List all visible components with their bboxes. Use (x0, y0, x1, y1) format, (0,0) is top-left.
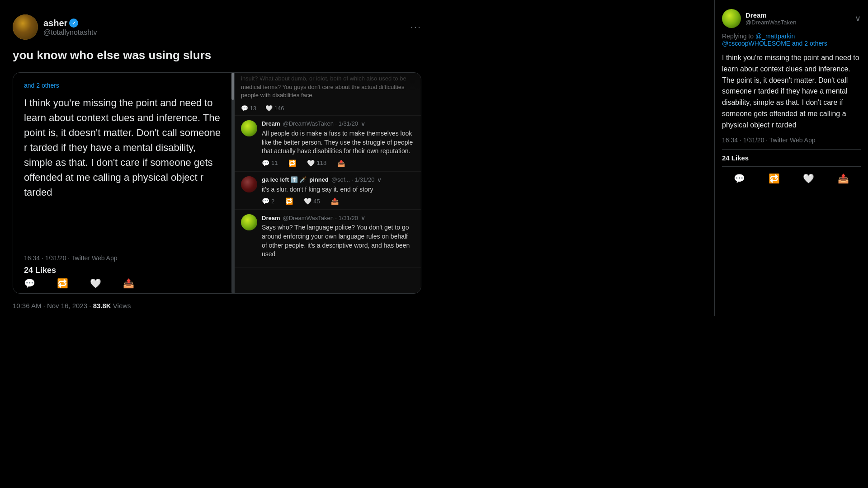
display-name: asher (43, 18, 97, 28)
thread-reply-2[interactable]: 💬 2 (262, 197, 274, 205)
quoted-action-bar: 💬 🔁 🤍 📤 (24, 278, 134, 289)
username[interactable]: @totallynotashtv (43, 28, 97, 37)
tweet-header: asher @totallynotashtv ··· (13, 14, 421, 40)
right-panel-share-icon[interactable]: 📤 (838, 173, 849, 184)
quoted-others-label[interactable]: and 2 others (24, 82, 223, 89)
thread-text-2: it's a slur. don't f king say it. end of… (262, 185, 415, 194)
like-icon[interactable]: 🤍 (90, 278, 101, 289)
thread-actions-1: 💬 11 🔁 🤍 118 📤 (262, 160, 415, 167)
thread-share-2[interactable]: 📤 (331, 197, 339, 205)
thread-handle-1: @DreamWasTaken · 1/31/20 (283, 120, 358, 127)
thread-avatar-dream-1 (241, 120, 257, 136)
scroll-thumb (231, 73, 234, 100)
thread-user-line-3: Dream @DreamWasTaken · 1/31/20 ∨ (262, 214, 415, 221)
right-panel-retweet-icon[interactable]: 🔁 (769, 173, 780, 184)
reply-to-label: Replying to (722, 33, 755, 40)
thread-retweet-1[interactable]: 🔁 (288, 160, 296, 167)
thread-chevron-2[interactable]: ∨ (377, 176, 382, 183)
right-panel-reply-icon[interactable]: 💬 (734, 173, 745, 184)
share-icon[interactable]: 📤 (123, 278, 134, 289)
display-name-text: asher (43, 18, 67, 28)
list-item: Dream @DreamWasTaken · 1/31/20 ∨ Says wh… (235, 210, 421, 267)
thread-actions-2: 💬 2 🔁 🤍 45 📤 (262, 197, 415, 205)
reply-icon[interactable]: 💬 (24, 278, 35, 289)
right-panel-name[interactable]: Dream (745, 11, 796, 19)
thread-retweet-2[interactable]: 🔁 (285, 197, 293, 205)
thread-avatar-dream-2 (241, 214, 257, 230)
thread-chevron-1[interactable]: ∨ (361, 120, 365, 127)
blurred-like-count: 🤍 146 (265, 105, 284, 112)
quoted-likes-label: Likes (35, 266, 56, 275)
thread-username-2[interactable]: ga lee left ⬆️ 🗡️ (262, 176, 307, 183)
tweet-views-label: Views (113, 302, 131, 310)
right-panel-header: Dream @DreamWasTaken ∨ (722, 9, 861, 28)
thread-pinned-2: pinned (309, 176, 329, 183)
blurred-top-text: insult? What about dumb, or idiot, both … (235, 73, 421, 103)
thread-text-3: Says who? The language police? You don't… (262, 223, 415, 258)
thread-username-3[interactable]: Dream (262, 215, 280, 221)
right-panel-likes-label: Likes (731, 154, 749, 162)
tweet-header-left: asher @totallynotashtv (13, 14, 97, 40)
tweet-views-count: 83.8K (93, 302, 111, 310)
thread-handle-3: @DreamWasTaken · 1/31/20 (283, 215, 358, 221)
right-panel-reply: Replying to @_mattparkin @cscoopWHOLESOM… (722, 33, 861, 47)
right-panel-handle[interactable]: @DreamWasTaken (745, 19, 796, 26)
thread-like-2[interactable]: 🤍 45 (304, 197, 320, 205)
right-panel: Dream @DreamWasTaken ∨ Replying to @_mat… (714, 0, 868, 316)
thread-like-1[interactable]: 🤍 118 (307, 160, 326, 167)
quoted-body: I think you're missing the point and nee… (24, 95, 223, 200)
thread-content-2: ga lee left ⬆️ 🗡️ pinned @sof... · 1/31/… (262, 176, 415, 205)
thread-handle-2: @sof... · 1/31/20 (331, 176, 375, 183)
tweet-timestamp: 10:36 AM · Nov 16, 2023 · 83.8K Views (13, 302, 421, 314)
thread-text-1: All people do is make a fuss to make the… (262, 129, 415, 156)
right-panel-actions: 💬 🔁 🤍 📤 (722, 171, 861, 186)
thread-content-1: Dream @DreamWasTaken · 1/31/20 ∨ All peo… (262, 120, 415, 167)
quoted-tweet-wrapper: and 2 others I think you're missing the … (13, 72, 421, 294)
quoted-likes-count: 24 (24, 266, 33, 275)
quoted-tweet-left: and 2 others I think you're missing the … (13, 73, 235, 293)
right-panel-like-icon[interactable]: 🤍 (803, 173, 814, 184)
user-info: asher @totallynotashtv (43, 18, 97, 37)
right-panel-timestamp: 16:34 · 1/31/20 · Twitter Web App (722, 136, 861, 144)
quoted-time: 16:34 · 1/31/20 · (24, 254, 71, 262)
verified-badge (69, 19, 78, 28)
thread-username-1[interactable]: Dream (262, 120, 280, 127)
right-panel-likes: 24 Likes (722, 149, 861, 167)
right-panel-avatar[interactable] (722, 9, 741, 28)
thread-avatar-galee (241, 176, 257, 192)
thread-user-line-1: Dream @DreamWasTaken · 1/31/20 ∨ (262, 120, 415, 127)
right-panel-likes-count: 24 (722, 154, 730, 162)
right-panel-chevron[interactable]: ∨ (855, 14, 861, 23)
scroll-indicator (231, 73, 234, 293)
right-panel-user-text: Dream @DreamWasTaken (745, 11, 796, 26)
list-item: ga lee left ⬆️ 🗡️ pinned @sof... · 1/31/… (235, 172, 421, 210)
thread-reply-1[interactable]: 💬 11 (262, 160, 278, 167)
list-item: Dream @DreamWasTaken · 1/31/20 ∨ All peo… (235, 116, 421, 172)
tweet-text: you know who else was using slurs (13, 47, 421, 63)
avatar[interactable] (13, 14, 38, 40)
more-button[interactable]: ··· (410, 21, 421, 33)
quoted-likes: 24 Likes (24, 266, 56, 275)
thread-share-1[interactable]: 📤 (337, 160, 345, 167)
tweet-container: asher @totallynotashtv ··· you know who … (0, 0, 434, 314)
quoted-tweet-right: insult? What about dumb, or idiot, both … (235, 73, 421, 293)
quoted-app[interactable]: Twitter Web App (71, 254, 118, 262)
right-panel-body: I think you're missing the point and nee… (722, 52, 861, 131)
retweet-icon[interactable]: 🔁 (57, 278, 68, 289)
tweet-time: 10:36 AM · Nov 16, 2023 · (13, 302, 93, 310)
quoted-footer: 16:34 · 1/31/20 · Twitter Web App (24, 254, 118, 262)
blurred-comment-count: 💬 13 (241, 105, 256, 112)
right-panel-user: Dream @DreamWasTaken (722, 9, 796, 28)
thread-chevron-3[interactable]: ∨ (361, 214, 365, 221)
thread-user-line-2: ga lee left ⬆️ 🗡️ pinned @sof... · 1/31/… (262, 176, 415, 183)
thread-content-3: Dream @DreamWasTaken · 1/31/20 ∨ Says wh… (262, 214, 415, 262)
list-item: 💬 13 🤍 146 (235, 103, 421, 116)
